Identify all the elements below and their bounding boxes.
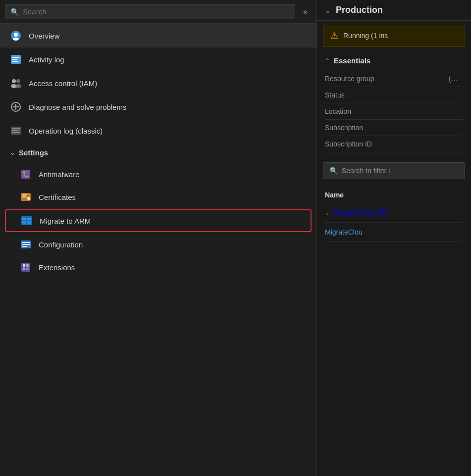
antimalware-icon: 🐛	[20, 168, 32, 180]
essentials-chevron-icon[interactable]: ⌃	[325, 57, 330, 64]
migrate-arm-label: Migrate to ARM	[40, 217, 91, 225]
essentials-row-resourcegroup: Resource group (m...)	[325, 71, 463, 87]
certificates-icon	[20, 191, 32, 203]
filter-bar[interactable]: 🔍 Search to filter i	[323, 162, 465, 179]
svg-rect-22	[22, 196, 26, 197]
status-text: Running (1 ins	[343, 32, 388, 40]
essentials-section: ⌃ Essentials Resource group (m...) Statu…	[317, 50, 471, 158]
search-input[interactable]	[23, 7, 290, 16]
warning-icon: ⚠	[330, 30, 338, 41]
sidebar-item-configuration[interactable]: Configuration	[0, 233, 316, 256]
iam-icon	[10, 77, 22, 89]
iam-label: Access control (IAM)	[29, 79, 97, 88]
search-input-wrap[interactable]: 🔍	[5, 4, 295, 19]
svg-rect-21	[22, 194, 27, 195]
sidebar-item-antimalware[interactable]: 🐛 Antimalware	[0, 163, 316, 186]
essentials-header: ⌃ Essentials	[325, 56, 463, 65]
svg-rect-4	[12, 57, 19, 58]
svg-rect-30	[22, 242, 30, 243]
migrate-icon	[21, 215, 33, 227]
filter-placeholder-text: Search to filter i	[342, 167, 390, 175]
svg-rect-5	[12, 59, 17, 60]
panel-chevron-icon: ⌄	[325, 6, 331, 14]
diagnose-label: Diagnose and solve problems	[29, 103, 127, 111]
svg-rect-32	[22, 246, 27, 247]
essentials-row-location: Location	[325, 103, 463, 120]
svg-rect-28	[27, 221, 31, 224]
sidebar-item-oplog[interactable]: Operation log (classic)	[0, 119, 316, 143]
svg-rect-34	[23, 264, 25, 267]
panel-title: Production	[336, 5, 383, 15]
svg-text:🐛: 🐛	[22, 170, 30, 178]
essentials-row-status: Status	[325, 87, 463, 103]
oplog-icon	[10, 125, 22, 137]
svg-rect-27	[22, 221, 26, 224]
right-panel: ⌄ Production ⚠ Running (1 ins ⌃ Essentia…	[317, 0, 471, 476]
svg-point-10	[15, 84, 21, 88]
filter-search-icon: 🔍	[329, 167, 338, 175]
table-row: MigrateClou	[325, 223, 463, 242]
location-label: Location	[325, 107, 463, 115]
overview-label: Overview	[29, 32, 60, 40]
extensions-label: Extensions	[39, 263, 75, 272]
sidebar: 🔍 « Overview Activity log	[0, 0, 317, 476]
activity-log-icon	[10, 53, 22, 65]
search-icon: 🔍	[10, 8, 19, 16]
extensions-icon	[20, 261, 32, 273]
subscription-label: Subscription	[325, 124, 463, 132]
essentials-row-subscription: Subscription	[325, 120, 463, 136]
resource-group-value[interactable]: (m...)	[449, 75, 463, 83]
svg-rect-31	[22, 244, 30, 245]
subscription-id-label: Subscription ID	[325, 140, 463, 148]
oplog-label: Operation log (classic)	[29, 127, 103, 135]
svg-point-7	[12, 79, 16, 83]
antimalware-label: Antimalware	[39, 170, 80, 179]
table-row-group-link[interactable]: MigrateCloudSe	[332, 208, 389, 217]
sidebar-item-overview[interactable]: Overview	[0, 24, 316, 48]
svg-point-1	[14, 33, 18, 37]
svg-rect-17	[12, 132, 19, 133]
settings-section-header[interactable]: ⌄ Settings	[0, 143, 316, 163]
sidebar-item-diagnose[interactable]: Diagnose and solve problems	[0, 95, 316, 119]
sidebar-item-migrate-arm[interactable]: Migrate to ARM	[5, 209, 312, 232]
status-label: Status	[325, 91, 463, 99]
settings-label: Settings	[19, 148, 48, 157]
svg-rect-24	[21, 216, 32, 225]
table-row-item-link[interactable]: MigrateClou	[325, 228, 362, 236]
svg-rect-6	[12, 61, 18, 62]
sidebar-item-extensions[interactable]: Extensions	[0, 256, 316, 279]
svg-rect-33	[21, 263, 30, 272]
svg-rect-26	[27, 218, 31, 220]
status-banner: ⚠ Running (1 ins	[323, 25, 465, 47]
essentials-title: Essentials	[334, 56, 370, 65]
table-name-header: Name	[325, 187, 463, 203]
essentials-row-subscriptionid: Subscription ID	[325, 136, 463, 152]
table-row: ⌄ MigrateCloudSe	[325, 203, 463, 223]
svg-rect-36	[23, 268, 25, 270]
row-chevron-icon: ⌄	[325, 210, 329, 216]
svg-point-23	[27, 197, 30, 200]
svg-rect-25	[22, 218, 26, 220]
search-bar: 🔍 «	[0, 0, 316, 24]
overview-icon	[10, 30, 22, 42]
svg-rect-35	[26, 264, 29, 267]
activity-log-label: Activity log	[29, 55, 64, 64]
collapse-button[interactable]: «	[299, 5, 312, 18]
svg-rect-15	[12, 128, 20, 129]
configuration-label: Configuration	[39, 240, 83, 249]
svg-point-2	[13, 38, 19, 41]
svg-rect-16	[12, 130, 18, 131]
resource-group-label: Resource group	[325, 75, 449, 83]
settings-chevron-icon: ⌄	[10, 149, 15, 156]
resources-table: Name ⌄ MigrateCloudSe MigrateClou	[317, 183, 471, 246]
panel-header: ⌄ Production	[317, 0, 471, 21]
svg-point-9	[16, 79, 20, 83]
sidebar-item-activity-log[interactable]: Activity log	[0, 48, 316, 71]
diagnose-icon	[10, 101, 22, 113]
sidebar-item-certificates[interactable]: Certificates	[0, 186, 316, 208]
svg-rect-37	[26, 268, 29, 270]
certificates-label: Certificates	[39, 193, 76, 201]
config-icon	[20, 238, 32, 250]
sidebar-item-iam[interactable]: Access control (IAM)	[0, 71, 316, 95]
